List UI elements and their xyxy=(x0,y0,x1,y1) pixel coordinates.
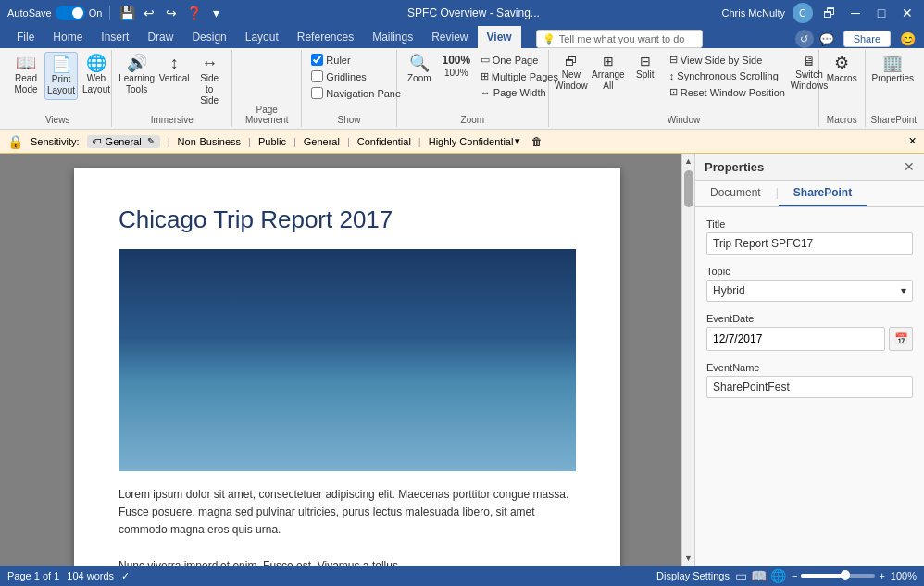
ruler-checkbox-label[interactable]: Ruler xyxy=(307,52,405,68)
tab-design[interactable]: Design xyxy=(182,26,235,48)
reset-window-position-button[interactable]: ⊡ Reset Window Position xyxy=(666,84,789,100)
ruler-checkbox[interactable] xyxy=(311,54,323,66)
help-button[interactable]: ❓ xyxy=(184,4,203,22)
eventname-input[interactable] xyxy=(706,376,913,398)
svg-rect-2 xyxy=(167,286,204,471)
properties-button[interactable]: 🏢 Properties xyxy=(871,52,915,87)
close-button[interactable]: ✕ xyxy=(898,4,917,22)
eventdate-input[interactable] xyxy=(706,327,885,351)
learning-tools-button[interactable]: 🔊 LearningTools xyxy=(118,52,156,98)
dropdown-button[interactable]: ▾ xyxy=(206,4,225,22)
comments-button[interactable]: 💬 xyxy=(818,30,836,48)
tab-home[interactable]: Home xyxy=(44,26,92,48)
tag-non-business: Non-Business xyxy=(178,136,241,147)
tab-file[interactable]: File xyxy=(7,26,44,48)
sep1: | xyxy=(168,136,170,147)
zoom-button[interactable]: 🔍 Zoom xyxy=(403,52,436,87)
zoom-thumb[interactable] xyxy=(841,570,850,580)
properties-title: Properties xyxy=(705,160,764,174)
restore-button[interactable]: 🗗 xyxy=(820,4,839,22)
split-icon: ⊟ xyxy=(640,55,651,68)
vertical-icon: ↕ xyxy=(170,55,179,71)
side-to-side-button[interactable]: ↔ Sideto Side xyxy=(193,52,226,109)
macros-group-content: ⚙ Macros xyxy=(825,52,859,113)
svg-rect-6 xyxy=(300,271,304,456)
tab-document[interactable]: Document xyxy=(695,181,776,206)
tag-highly-confidential[interactable]: Highly Confidential ▾ xyxy=(429,135,521,147)
read-mode-button[interactable]: 📖 ReadMode xyxy=(9,52,43,98)
tab-sharepoint[interactable]: SharePoint xyxy=(779,181,867,206)
properties-icon: 🏢 xyxy=(882,55,903,71)
new-window-button[interactable]: 🗗 NewWindow xyxy=(555,52,588,94)
scroll-up-button[interactable]: ▲ xyxy=(682,154,695,168)
zoom-100-button[interactable]: 100% 100% xyxy=(440,52,473,81)
tab-view[interactable]: View xyxy=(478,26,521,48)
sensitivity-delete-button[interactable]: 🗑 xyxy=(531,135,543,148)
tag-general[interactable]: 🏷 General ✎ xyxy=(87,135,160,148)
arrange-all-button[interactable]: ⊞ ArrangeAll xyxy=(592,52,625,94)
scroll-thumb[interactable] xyxy=(684,170,693,207)
redo-button[interactable]: ↪ xyxy=(162,4,181,22)
avatar: C xyxy=(793,3,813,23)
window-group-content: 🗗 NewWindow ⊞ ArrangeAll ⊟ Split ⊟ View … xyxy=(555,52,813,113)
tab-insert[interactable]: Insert xyxy=(92,26,138,48)
zoom-slider[interactable]: − + xyxy=(792,570,885,581)
calendar-button[interactable]: 📅 xyxy=(889,327,913,351)
web-layout-button[interactable]: 🌐 WebLayout xyxy=(80,52,113,98)
eventname-field: EventName xyxy=(706,362,913,398)
svg-rect-36 xyxy=(120,448,574,471)
vertical-button[interactable]: ↕ Vertical xyxy=(157,52,191,87)
tell-me-input[interactable]: 💡 Tell me what you want to do xyxy=(536,30,703,48)
print-view-button[interactable]: ▭ xyxy=(735,568,747,583)
zoom-track[interactable] xyxy=(801,574,875,578)
tab-layout[interactable]: Layout xyxy=(236,26,288,48)
save-button[interactable]: 💾 xyxy=(118,4,136,22)
autosave-toggle[interactable] xyxy=(56,6,85,20)
user-icon[interactable]: 😊 xyxy=(898,30,917,48)
separator xyxy=(109,6,110,20)
zoom-minus-button[interactable]: − xyxy=(792,570,797,581)
autosave-area: AutoSave On xyxy=(7,6,102,20)
svg-text:TRUMP: TRUMP xyxy=(326,392,359,402)
navigation-pane-checkbox-label[interactable]: Navigation Pane xyxy=(307,85,405,101)
page-movement-label: Page Movement xyxy=(238,103,295,125)
properties-close-button[interactable]: ✕ xyxy=(904,159,915,174)
tag-general-edit[interactable]: ✎ xyxy=(147,136,155,146)
tab-draw[interactable]: Draw xyxy=(138,26,182,48)
share-button[interactable]: Share xyxy=(843,31,891,47)
gridlines-checkbox-label[interactable]: Gridlines xyxy=(307,69,405,84)
read-view-button[interactable]: 📖 xyxy=(751,568,767,583)
display-settings[interactable]: Display Settings xyxy=(656,570,730,581)
macros-button[interactable]: ⚙ Macros xyxy=(825,52,859,87)
minimize-button[interactable]: ─ xyxy=(846,4,865,22)
svg-rect-33 xyxy=(243,418,262,429)
maximize-button[interactable]: □ xyxy=(872,4,891,22)
view-side-by-side-button[interactable]: ⊟ View Side by Side xyxy=(666,52,789,68)
undo-button[interactable]: ↩ xyxy=(140,4,158,22)
title-input[interactable] xyxy=(706,232,913,255)
zoom-level[interactable]: 100% xyxy=(891,570,917,581)
navigation-pane-checkbox[interactable] xyxy=(311,87,323,99)
scroll-down-button[interactable]: ▼ xyxy=(682,551,695,566)
web-view-button[interactable]: 🌐 xyxy=(770,568,786,583)
tab-review[interactable]: Review xyxy=(422,26,477,48)
history-button[interactable]: ↺ xyxy=(795,30,814,48)
tab-references[interactable]: References xyxy=(288,26,363,48)
chicago-skyline-svg: TRUMP xyxy=(119,249,576,471)
svg-rect-29 xyxy=(444,295,486,471)
topic-select[interactable]: Hybrid ▾ xyxy=(706,280,913,302)
learning-tools-icon: 🔊 xyxy=(127,55,147,71)
split-button[interactable]: ⊟ Split xyxy=(629,52,662,83)
synchronous-scrolling-button[interactable]: ↕ Synchronous Scrolling xyxy=(666,69,789,83)
sensitivity-close-button[interactable]: ✕ xyxy=(908,135,917,147)
one-page-icon: ▭ xyxy=(481,54,490,66)
vertical-scrollbar[interactable]: ▲ ▼ xyxy=(681,154,694,566)
zoom-fill xyxy=(801,574,845,578)
gridlines-checkbox[interactable] xyxy=(311,70,323,82)
tag-general-icon: 🏷 xyxy=(93,136,102,146)
print-layout-button[interactable]: 📄 PrintLayout xyxy=(44,52,78,100)
reset-window-icon: ⊡ xyxy=(669,86,678,98)
side-to-side-icon: ↔ xyxy=(201,55,218,71)
zoom-plus-button[interactable]: + xyxy=(879,570,884,581)
tab-mailings[interactable]: Mailings xyxy=(363,26,422,48)
